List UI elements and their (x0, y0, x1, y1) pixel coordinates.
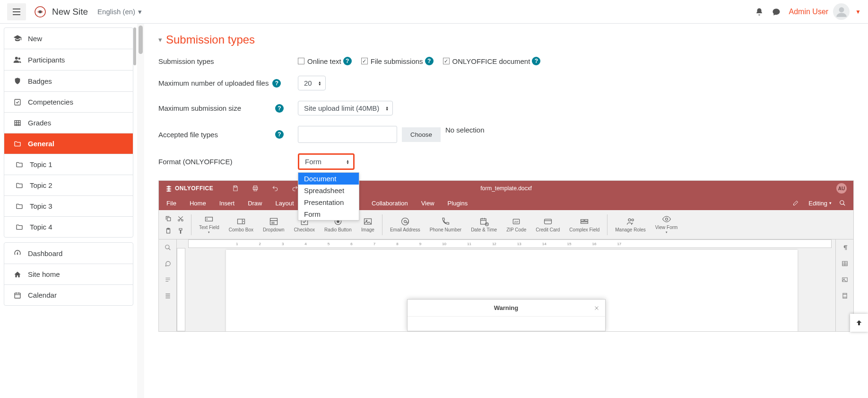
format-option-form[interactable]: Form (298, 208, 359, 220)
editor-menu-layout[interactable]: Layout (276, 200, 294, 207)
language-selector[interactable]: English (en) ▾ (97, 8, 142, 16)
tool-phone[interactable]: Phone Number (425, 217, 466, 233)
site-logo (33, 5, 47, 19)
editor-menu-home[interactable]: Home (190, 200, 206, 207)
editor-menu-plugins[interactable]: Plugins (448, 200, 468, 207)
tool-date-time[interactable]: Date & Time (466, 217, 502, 233)
help-icon[interactable]: ? (275, 130, 284, 139)
sidebar-item-label: Badges (28, 77, 52, 85)
editor-table-icon[interactable] (842, 260, 848, 267)
svg-point-39 (665, 218, 668, 221)
user-name[interactable]: Admin User (789, 8, 829, 16)
format-option-document[interactable]: Document (298, 173, 359, 185)
notifications-icon[interactable] (755, 8, 764, 16)
tool-text-field[interactable]: Text Field▾ (194, 214, 224, 234)
sidebar-item-site-home[interactable]: Site home (4, 264, 133, 285)
svg-point-28 (404, 220, 406, 222)
main-scrollbar-thumb[interactable] (139, 26, 143, 54)
editor-menu-draw[interactable]: Draw (248, 200, 262, 207)
table-icon (12, 119, 23, 127)
tool-dropdown[interactable]: Dropdown (258, 217, 289, 233)
sidebar-item-general[interactable]: General (4, 133, 133, 154)
close-icon[interactable] (594, 305, 599, 311)
tool-credit-card[interactable]: Credit Card (531, 217, 564, 233)
help-icon[interactable]: ? (275, 104, 284, 113)
max-files-select[interactable]: 20 ▲▼ (298, 76, 326, 90)
svg-point-3 (15, 57, 18, 60)
format-select[interactable]: Form ▲▼ (298, 153, 355, 170)
site-name[interactable]: New Site (52, 7, 88, 17)
editor-user-badge[interactable]: AU (836, 183, 847, 194)
max-size-label: Maximum submission size (158, 104, 241, 112)
hamburger-menu[interactable] (7, 3, 26, 20)
online-text-checkbox[interactable] (298, 58, 304, 64)
user-menu-caret-icon[interactable]: ▼ (855, 9, 861, 15)
sidebar-item-grades[interactable]: Grades (4, 113, 133, 133)
max-size-select[interactable]: Site upload limit (40MB) ▲▼ (298, 101, 393, 115)
editor-paragraph-icon[interactable] (842, 244, 848, 251)
editor-search-icon[interactable] (165, 244, 171, 251)
editor-headings-icon[interactable] (165, 276, 171, 283)
tool-complex-field[interactable]: Complex Field (564, 217, 604, 233)
sidebar-item-calendar[interactable]: Calendar (4, 285, 133, 305)
sidebar-item-label: Grades (28, 119, 51, 127)
sidebar-scrollbar[interactable] (133, 27, 136, 65)
tool-image[interactable]: Image (356, 217, 379, 233)
format-option-presentation[interactable]: Presentation (298, 196, 359, 208)
editor-menu-view[interactable]: View (421, 200, 434, 207)
svg-point-1 (39, 10, 42, 13)
help-icon[interactable]: ? (425, 57, 434, 65)
editor-image-icon[interactable] (842, 276, 848, 283)
editor-menu-file[interactable]: File (166, 200, 176, 207)
tool-manage-roles[interactable]: Manage Roles (610, 217, 650, 233)
editor-menu-collaboration[interactable]: Collaboration (372, 200, 408, 207)
chevron-down-icon: ▾ (158, 35, 162, 44)
format-painter-icon[interactable] (176, 226, 185, 236)
editor-header-footer-icon[interactable] (842, 292, 848, 299)
scroll-to-top-button[interactable] (850, 314, 868, 332)
sidebar-item-topic-1[interactable]: Topic 1 (4, 154, 133, 175)
editor-navigation-icon[interactable] (165, 292, 171, 299)
max-files-label: Maximum number of uploaded files (158, 79, 269, 87)
svg-rect-5 (15, 99, 20, 105)
editor-search-icon[interactable] (839, 200, 846, 206)
svg-rect-8 (234, 186, 237, 187)
editor-comments-icon[interactable] (165, 260, 171, 267)
accepted-types-input[interactable] (298, 126, 397, 143)
sidebar-item-competencies[interactable]: Competencies (4, 92, 133, 113)
editor-editing-mode[interactable]: Editing ▾ (793, 200, 832, 207)
format-option-spreadsheet[interactable]: Spreadsheet (298, 185, 359, 196)
svg-point-12 (840, 201, 844, 204)
select-caret-icon: ▲▼ (318, 81, 321, 86)
sidebar-item-dashboard[interactable]: Dashboard (4, 243, 133, 264)
help-icon[interactable]: ? (532, 57, 540, 65)
cut-icon[interactable] (176, 214, 185, 223)
tool-combo-box[interactable]: Combo Box (224, 217, 258, 233)
choose-button[interactable]: Choose (402, 127, 441, 142)
save-icon[interactable] (232, 185, 239, 192)
file-submissions-checkbox[interactable] (361, 58, 368, 64)
help-icon[interactable]: ? (343, 57, 352, 65)
svg-text:ZIP: ZIP (514, 220, 519, 223)
tool-email[interactable]: Email Address (385, 217, 425, 233)
sidebar-item-badges[interactable]: Badges (4, 71, 133, 92)
section-toggle[interactable]: ▾ Submission types (158, 33, 854, 46)
sidebar-item-topic-4[interactable]: Topic 4 (4, 217, 133, 237)
messages-icon[interactable] (772, 8, 781, 16)
onlyoffice-doc-checkbox[interactable] (443, 58, 450, 64)
tool-zip-code[interactable]: ZIPZIP Code (502, 217, 531, 233)
help-icon[interactable]: ? (272, 79, 281, 88)
editor-menu-insert[interactable]: Insert (219, 200, 235, 207)
copy-icon[interactable] (164, 214, 173, 223)
main-scrollbar-track[interactable] (137, 24, 144, 398)
sidebar-item-topic-3[interactable]: Topic 3 (4, 196, 133, 217)
sidebar-item-new[interactable]: New (4, 28, 133, 49)
sidebar-item-participants[interactable]: Participants (4, 49, 133, 71)
avatar[interactable] (833, 3, 850, 20)
svg-rect-21 (270, 221, 277, 224)
undo-icon[interactable] (272, 185, 278, 192)
tool-view-form[interactable]: View Form▾ (651, 214, 683, 234)
print-icon[interactable] (252, 185, 259, 192)
sidebar-item-topic-2[interactable]: Topic 2 (4, 175, 133, 196)
paste-icon[interactable] (164, 226, 173, 236)
